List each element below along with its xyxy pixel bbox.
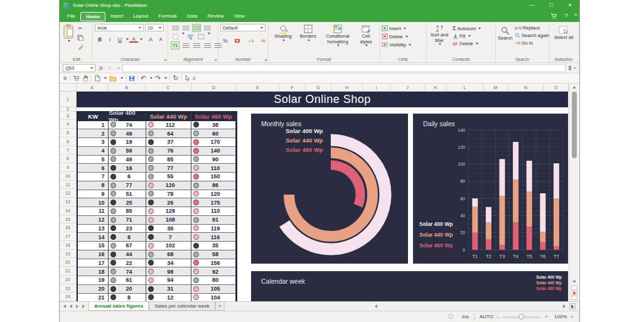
value-cell[interactable]: 76 [146,147,191,156]
freeze-panes-button[interactable] [571,296,577,300]
next-sheet-icon[interactable] [76,304,78,308]
new-document-icon[interactable] [94,75,100,82]
kw-cell[interactable]: 4 [78,147,109,156]
first-sheet-icon[interactable] [63,304,66,308]
value-cell[interactable]: 25 [109,198,146,207]
kw-cell[interactable]: 6 [78,164,109,173]
table-header-cell[interactable]: Solar 460 Wp [191,112,236,121]
value-cell[interactable]: 85 [146,156,191,164]
value-cell[interactable]: 140 [191,147,236,156]
kw-cell[interactable]: 11 [78,207,109,216]
column-header-A[interactable]: A [77,83,108,92]
table-header-cell[interactable]: Solar 400 Wp [109,112,146,121]
table-header-cell[interactable]: Solar 440 Wp [146,112,191,121]
value-cell[interactable]: 49 [109,156,146,164]
minimize-button[interactable]: — [524,0,540,10]
value-cell[interactable]: 110 [191,207,236,216]
column-header-D[interactable]: D [191,83,237,92]
vertical-scrollbar[interactable] [569,83,579,301]
conditional-formatting-button[interactable]: Conditional formatting [321,24,354,46]
value-cell[interactable]: 119 [191,225,236,233]
value-cell[interactable]: 170 [191,138,236,147]
value-cell[interactable]: 8 [109,233,146,242]
kw-cell[interactable]: 19 [78,276,109,285]
row-header-9[interactable]: 9 [60,163,77,172]
value-cell[interactable]: 26 [146,198,191,207]
format-painter-icon[interactable] [76,43,85,51]
percent-format-icon[interactable]: % [221,36,230,45]
kw-cell[interactable]: 16 [78,250,109,259]
split-view-button[interactable] [571,286,577,290]
column-header-K[interactable]: K [425,83,447,92]
value-cell[interactable]: 31 [146,285,191,294]
borders-button[interactable]: Borders [296,24,320,41]
value-cell[interactable]: 34 [146,259,191,268]
row-header-11[interactable]: 11 [60,181,77,190]
grow-font-button[interactable]: A [146,35,155,43]
scroll-down-icon[interactable] [572,281,576,283]
value-cell[interactable]: 91 [191,216,236,225]
maximize-button[interactable]: □ [543,0,559,10]
search-again-button[interactable]: Search again [515,33,549,38]
monthly-sales-chart[interactable]: Monthly sales Solar 400 Wp Solar 440 Wp … [251,114,408,264]
cancel-formula-icon[interactable]: × [117,65,120,71]
expand-formula-bar-icon[interactable] [568,65,572,71]
menu-tab-review[interactable]: Review [202,12,228,21]
column-header-H[interactable]: H [331,83,363,92]
value-cell[interactable]: 74 [109,267,146,276]
value-cell[interactable]: 92 [191,267,236,276]
menu-tab-file[interactable]: File [62,12,80,21]
add-decimal-icon[interactable]: +.0 [247,36,255,45]
align-top-icon[interactable] [171,24,180,32]
kw-cell[interactable]: 2 [78,129,109,138]
column-header-M[interactable]: M [483,83,508,92]
value-cell[interactable]: 120 [191,190,236,199]
scroll-up-icon[interactable] [572,86,576,89]
border-style-icon[interactable] [171,33,180,41]
value-cell[interactable]: 36 [146,225,191,233]
value-cell[interactable]: 98 [146,267,191,276]
row-header-6[interactable]: 6 [60,137,77,146]
value-cell[interactable]: 19 [109,138,146,147]
value-cell[interactable]: 85 [109,207,146,216]
menu-tab-formula[interactable]: Formula [153,12,181,21]
column-header-F[interactable]: F [279,83,306,92]
value-cell[interactable]: 7 [146,233,191,242]
value-cell[interactable]: 77 [109,181,146,190]
value-cell[interactable]: 59 [109,147,146,156]
underline-button[interactable]: U [115,35,124,43]
row-header-3[interactable]: 3 [60,112,77,121]
shading-button[interactable]: Shading [271,24,295,41]
align-right-icon[interactable] [203,41,212,50]
value-cell[interactable]: 102 [146,242,191,250]
cut-icon[interactable]: ✂ [76,24,85,32]
row-header-13[interactable]: 13 [60,198,77,207]
align-left-icon[interactable] [181,41,190,50]
row-header-16[interactable]: 16 [60,223,77,232]
row-header-21[interactable]: 21 [60,267,77,276]
value-cell[interactable]: 38 [191,121,236,130]
toolbar-more-icon[interactable]: » [193,75,196,82]
cell-styles-button[interactable]: Cell styles [355,24,377,46]
value-cell[interactable]: 175 [191,198,236,207]
formula-bar-more-icon[interactable]: » [574,65,576,71]
align-center-icon[interactable] [192,41,201,50]
menu-tab-layout[interactable]: Layout [128,12,153,21]
row-header-17[interactable]: 17 [60,232,77,241]
value-cell[interactable]: 74 [109,121,146,130]
shrink-font-button[interactable]: A [156,35,165,43]
menu-tab-insert[interactable]: Insert [105,12,128,21]
column-header-J[interactable]: J [390,83,425,92]
value-cell[interactable]: 94 [146,276,191,285]
value-cell[interactable]: 64 [146,129,191,138]
column-header-I[interactable]: I [363,83,390,92]
cell-reference-box[interactable]: Q53 [63,64,95,72]
row-header-18[interactable]: 18 [60,241,77,250]
copy-icon[interactable] [76,33,85,41]
kw-cell[interactable]: 18 [78,267,109,276]
value-cell[interactable]: 58 [191,250,236,259]
value-cell[interactable]: 90 [191,156,236,164]
kw-cell[interactable]: 15 [78,242,109,250]
kw-cell[interactable]: 3 [78,138,109,147]
kw-cell[interactable]: 5 [78,156,109,164]
